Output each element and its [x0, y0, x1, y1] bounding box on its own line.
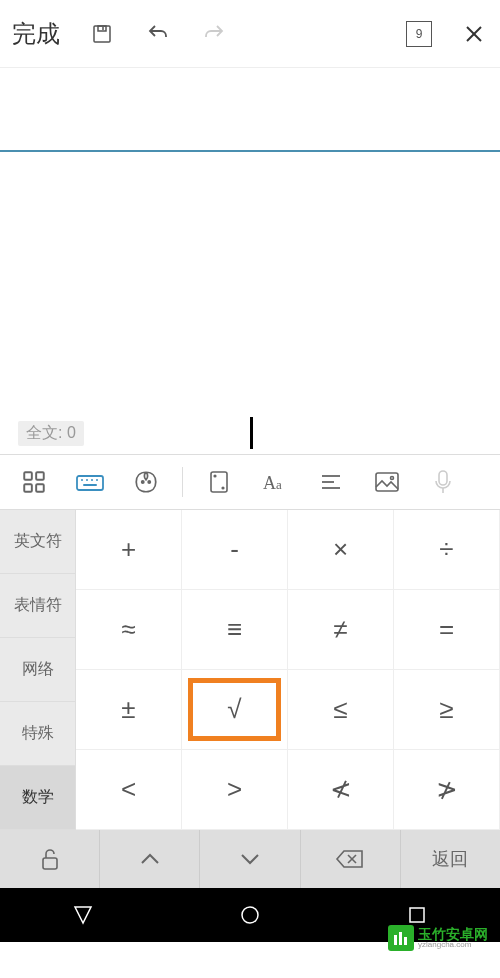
word-count-badge: 全文: 0: [18, 421, 84, 446]
image-icon[interactable]: [363, 462, 411, 502]
svg-rect-6: [36, 472, 44, 480]
category-column: 英文符 表情符 网络 特殊 数学: [0, 510, 76, 830]
watermark: 玉竹安卓网 yzlangcha.com: [382, 922, 494, 954]
done-button[interactable]: 完成: [12, 18, 60, 50]
svg-rect-27: [439, 471, 447, 485]
svg-point-18: [214, 475, 216, 477]
svg-point-19: [222, 487, 224, 489]
close-button[interactable]: [460, 20, 488, 48]
svg-rect-17: [211, 472, 227, 492]
symbol-gt[interactable]: >: [182, 750, 288, 830]
svg-rect-29: [43, 858, 57, 869]
svg-point-26: [391, 477, 394, 480]
editor-header-area[interactable]: [0, 68, 500, 152]
svg-rect-35: [399, 932, 402, 945]
symbol-identical[interactable]: ≡: [182, 590, 288, 670]
symbol-keyboard: 英文符 表情符 网络 特殊 数学 + - × ÷ ≈ ≡ ≠ = ± √ ≤ ≥…: [0, 510, 500, 830]
save-icon[interactable]: [88, 20, 116, 48]
symbol-approx[interactable]: ≈: [76, 590, 182, 670]
symbol-lte[interactable]: ≤: [288, 670, 394, 750]
keyboard-bottom-row: 返回: [0, 830, 500, 888]
format-toolbar: Aa: [0, 454, 500, 510]
text-cursor: [250, 417, 253, 449]
svg-rect-7: [24, 484, 32, 492]
page-icon[interactable]: [195, 462, 243, 502]
page-indicator[interactable]: 9: [406, 21, 432, 47]
svg-rect-5: [24, 472, 32, 480]
symbol-sqrt[interactable]: √: [182, 670, 288, 750]
emoji-icon[interactable]: [122, 462, 170, 502]
category-special[interactable]: 特殊: [0, 702, 76, 766]
svg-rect-8: [36, 484, 44, 492]
watermark-main: 玉竹安卓网: [418, 927, 488, 941]
top-toolbar: 完成 9: [0, 0, 500, 68]
backspace-button[interactable]: [301, 830, 401, 888]
watermark-text: 玉竹安卓网 yzlangcha.com: [418, 927, 488, 949]
watermark-logo-icon: [388, 925, 414, 951]
svg-rect-1: [98, 26, 106, 31]
scroll-down-button[interactable]: [200, 830, 300, 888]
symbol-grid: + - × ÷ ≈ ≡ ≠ = ± √ ≤ ≥ < > ≮ ≯: [76, 510, 500, 830]
category-english[interactable]: 英文符: [0, 510, 76, 574]
symbol-divide[interactable]: ÷: [394, 510, 500, 590]
mic-icon[interactable]: [419, 462, 467, 502]
align-icon[interactable]: [307, 462, 355, 502]
return-button[interactable]: 返回: [401, 830, 500, 888]
svg-point-32: [242, 907, 258, 923]
symbol-notlt[interactable]: ≮: [288, 750, 394, 830]
editor-content-area[interactable]: 全文: 0: [0, 152, 500, 454]
symbol-plusminus[interactable]: ±: [76, 670, 182, 750]
symbol-plus[interactable]: +: [76, 510, 182, 590]
svg-rect-25: [376, 473, 398, 491]
svg-rect-33: [410, 908, 424, 922]
undo-icon[interactable]: [144, 20, 172, 48]
symbol-notgt[interactable]: ≯: [394, 750, 500, 830]
svg-rect-34: [394, 935, 397, 945]
nav-home-icon[interactable]: [230, 895, 270, 935]
topbar-right-group: 9: [406, 20, 488, 48]
symbol-gte[interactable]: ≥: [394, 670, 500, 750]
svg-rect-36: [404, 937, 407, 945]
svg-point-15: [142, 481, 144, 483]
symbol-multiply[interactable]: ×: [288, 510, 394, 590]
symbol-notequal[interactable]: ≠: [288, 590, 394, 670]
symbol-equal[interactable]: =: [394, 590, 500, 670]
category-network[interactable]: 网络: [0, 638, 76, 702]
svg-text:a: a: [276, 477, 282, 492]
watermark-sub: yzlangcha.com: [418, 941, 488, 949]
font-icon[interactable]: Aa: [251, 462, 299, 502]
scroll-up-button[interactable]: [100, 830, 200, 888]
svg-rect-0: [94, 26, 110, 42]
apps-icon[interactable]: [10, 462, 58, 502]
topbar-left-group: 完成: [12, 18, 228, 50]
lock-button[interactable]: [0, 830, 100, 888]
nav-back-icon[interactable]: [63, 895, 103, 935]
category-math[interactable]: 数学: [0, 766, 76, 830]
keyboard-icon[interactable]: [66, 462, 114, 502]
symbol-minus[interactable]: -: [182, 510, 288, 590]
toolbar-divider: [182, 467, 183, 497]
svg-point-16: [148, 481, 150, 483]
redo-icon: [200, 20, 228, 48]
category-emoji[interactable]: 表情符: [0, 574, 76, 638]
svg-text:A: A: [263, 473, 276, 493]
symbol-lt[interactable]: <: [76, 750, 182, 830]
svg-rect-9: [77, 476, 103, 490]
